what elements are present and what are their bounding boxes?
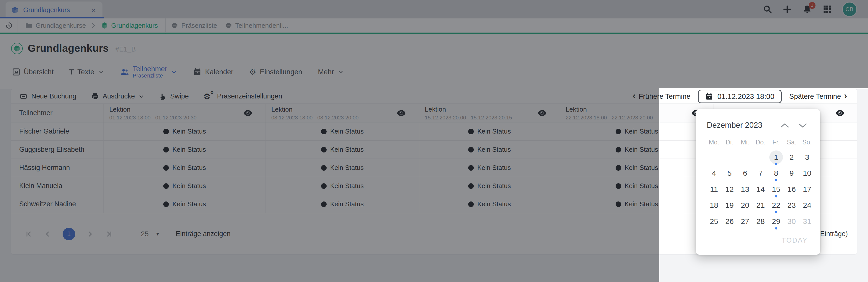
calendar-day[interactable]: 28 — [753, 213, 769, 229]
calendar-day[interactable]: 23 — [784, 197, 800, 214]
calendar-day[interactable]: 12 — [722, 181, 738, 197]
later-dates-button[interactable]: Spätere Termine › — [789, 92, 847, 100]
calendar-day[interactable]: 8 — [768, 165, 784, 182]
modal-dim-overlay[interactable] — [0, 88, 659, 282]
event-dot — [775, 163, 777, 165]
event-dot — [775, 195, 777, 197]
calendar-day[interactable]: 6 — [737, 165, 753, 182]
weekday-label: Fr. — [768, 138, 784, 146]
chevron-right-icon: › — [844, 91, 847, 100]
calendar-day — [737, 149, 753, 165]
weekday-label: So. — [799, 138, 815, 146]
event-dot — [775, 227, 777, 229]
current-date-button[interactable]: 01.12.2023 18:00 — [698, 90, 782, 103]
calendar-day-disabled: 30 — [784, 213, 800, 229]
calendar-day[interactable]: 26 — [722, 213, 738, 229]
today-button[interactable]: TODAY — [782, 237, 808, 244]
calendar-weekday-row: Mo. Di. Mi. Do. Fr. Sa. So. — [706, 138, 815, 146]
calendar-day-disabled: 31 — [799, 213, 815, 229]
calendar-day[interactable]: 18 — [706, 197, 722, 214]
calendar-day[interactable]: 20 — [737, 197, 753, 214]
previous-month-icon[interactable] — [780, 122, 790, 129]
event-dot — [775, 179, 777, 181]
visibility-eye-icon[interactable] — [835, 109, 844, 117]
modal-dim-overlay[interactable] — [0, 0, 868, 88]
calendar-day[interactable]: 16 — [784, 181, 800, 197]
calendar-day[interactable]: 11 — [706, 181, 722, 197]
weekday-label: Mo. — [706, 138, 722, 146]
calendar-day[interactable]: 27 — [737, 213, 753, 229]
button-label: Spätere Termine — [789, 92, 841, 100]
calendar-day[interactable]: 29 — [768, 213, 784, 229]
weekday-label: Sa. — [784, 138, 800, 146]
calendar-day[interactable]: 4 — [706, 165, 722, 182]
calendar-day[interactable]: 17 — [799, 181, 815, 197]
app-window: Grundlagenkurs × 1 CB Grundlagenkurse — [0, 0, 868, 282]
calendar-day[interactable]: 24 — [799, 197, 815, 214]
entries-count-fragment: Einträge) — [820, 230, 857, 238]
calendar-day[interactable]: 14 — [753, 181, 769, 197]
current-date-value: 01.12.2023 18:00 — [717, 92, 774, 101]
calendar-day — [722, 149, 738, 165]
calendar-day — [706, 149, 722, 165]
calendar-day[interactable]: 5 — [722, 165, 738, 182]
calendar-day[interactable]: 22 — [768, 197, 784, 214]
calendar-day[interactable]: 2 — [784, 149, 800, 165]
lesson-date-navigation: ‹ Frühere Termine 01.12.2023 18:00 Späte… — [632, 89, 847, 104]
calendar-day-grid: 1 2 3 4 5 6 7 8 9 10 11 12 13 14 15 16 1… — [706, 149, 815, 229]
calendar-day-selected[interactable]: 1 — [768, 149, 784, 165]
calendar-icon — [705, 92, 713, 100]
calendar-day[interactable]: 15 — [768, 181, 784, 197]
calendar-day[interactable]: 13 — [737, 181, 753, 197]
calendar-day[interactable]: 25 — [706, 213, 722, 229]
calendar-day[interactable]: 3 — [799, 149, 815, 165]
calendar-day — [753, 149, 769, 165]
weekday-label: Do. — [753, 138, 769, 146]
calendar-day[interactable]: 19 — [722, 197, 738, 214]
calendar-month-label: Dezember 2023 — [707, 121, 763, 130]
calendar-day[interactable]: 10 — [799, 165, 815, 182]
calendar-day[interactable]: 7 — [753, 165, 769, 182]
event-dot — [775, 211, 777, 213]
next-month-icon[interactable] — [798, 122, 808, 129]
weekday-label: Mi. — [737, 138, 753, 146]
weekday-label: Di. — [722, 138, 738, 146]
calendar-day[interactable]: 9 — [784, 165, 800, 182]
calendar-day[interactable]: 21 — [753, 197, 769, 214]
date-picker-popover: Dezember 2023 Mo. Di. Mi. Do. Fr. Sa. So… — [695, 109, 820, 255]
